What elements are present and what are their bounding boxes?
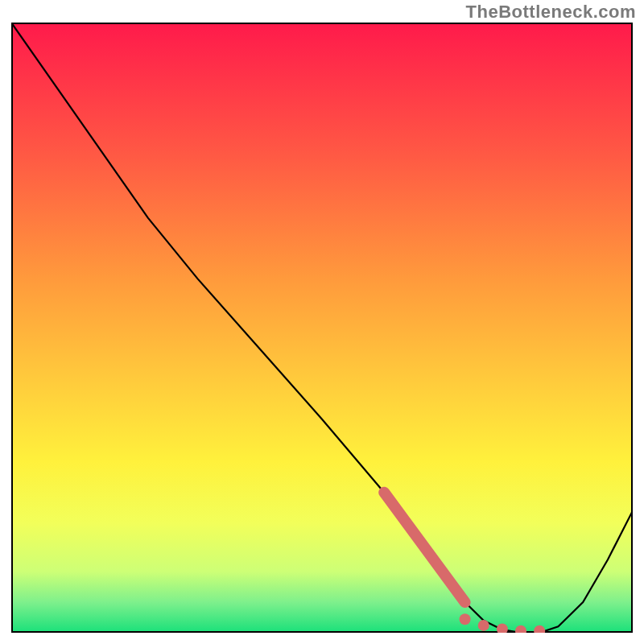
chart-frame: TheBottleneck.com	[0, 0, 644, 644]
gradient-background	[11, 23, 633, 633]
optimal-range-dot	[460, 613, 471, 625]
watermark-text: TheBottleneck.com	[466, 2, 636, 23]
bottleneck-plot	[11, 23, 633, 633]
optimal-range-dot	[478, 620, 489, 631]
